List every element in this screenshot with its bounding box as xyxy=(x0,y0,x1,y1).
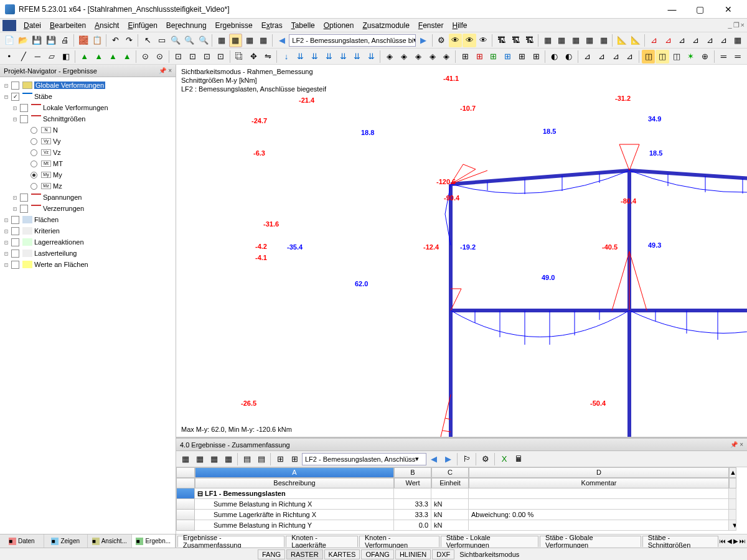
copy-icon[interactable]: ⿻ xyxy=(233,50,247,63)
ax4-icon[interactable]: ⊿ xyxy=(689,34,702,47)
tab-last-icon[interactable]: ⏭ xyxy=(740,538,746,544)
print-icon[interactable]: 🖨 xyxy=(59,34,72,47)
hinge1-icon[interactable]: ⊙ xyxy=(139,50,153,63)
res2-icon[interactable]: 👁 xyxy=(463,34,476,47)
menu-hilfe[interactable]: Hilfe xyxy=(449,20,471,31)
v1-icon[interactable]: ◈ xyxy=(383,50,397,63)
d3-icon[interactable]: 🏗 xyxy=(523,34,536,47)
rt-opt-icon[interactable]: ⚙ xyxy=(479,452,492,466)
r2-icon[interactable]: ⊞ xyxy=(472,50,486,63)
ax3-icon[interactable]: ⊿ xyxy=(675,34,688,47)
grid-row[interactable]: Summe Lagerkräfte in Richtung X 33.3 kN … xyxy=(176,510,747,520)
tree-lokale-verformungen[interactable]: ⊡Lokale Verformungen xyxy=(2,102,173,113)
ld2-icon[interactable]: ⇊ xyxy=(294,50,308,63)
rt-filter-icon[interactable]: 🏳 xyxy=(460,452,474,466)
member-icon[interactable]: ─ xyxy=(31,50,45,63)
rtab-staebe-global[interactable]: Stäbe - Globale Verformungen xyxy=(540,536,641,547)
navigator-tree[interactable]: ⊡Globale Verformungen ⊟✓Stäbe ⊡Lokale Ve… xyxy=(0,77,176,534)
t3-icon[interactable]: ⊿ xyxy=(609,50,622,63)
rel4-icon[interactable]: ⊡ xyxy=(214,50,228,63)
tree-globale-verformungen[interactable]: ⊡Globale Verformungen xyxy=(2,80,173,91)
ax2-icon[interactable]: ⊿ xyxy=(661,34,674,47)
h2-icon[interactable]: ═ xyxy=(731,50,745,63)
rt4-icon[interactable]: ▦ xyxy=(222,452,235,466)
menu-extras[interactable]: Extras xyxy=(258,20,286,31)
rel3-icon[interactable]: ⊡ xyxy=(200,50,214,63)
open-icon[interactable]: 📂 xyxy=(16,34,29,47)
tree-vz[interactable]: VzVz xyxy=(2,147,173,158)
g5-icon[interactable]: ▦ xyxy=(597,34,610,47)
view3-icon[interactable]: ▦ xyxy=(243,34,256,47)
status-ofang[interactable]: OFANG xyxy=(361,549,394,559)
close-button[interactable]: ✕ xyxy=(714,1,742,18)
status-fang[interactable]: FANG xyxy=(258,549,285,559)
mdi-minimize-icon[interactable]: _ xyxy=(728,21,731,29)
v2-icon[interactable]: ◈ xyxy=(397,50,411,63)
ld1-icon[interactable]: ↓ xyxy=(280,50,293,63)
ld4-icon[interactable]: ⇊ xyxy=(322,50,336,63)
node-icon[interactable]: • xyxy=(2,50,16,63)
c1-icon[interactable]: ◫ xyxy=(642,50,655,63)
mdi-close-icon[interactable]: × xyxy=(741,21,745,29)
menu-berechnung[interactable]: Berechnung xyxy=(162,20,210,31)
results-pin-icon[interactable]: 📌 × xyxy=(730,441,743,448)
app-menu-icon[interactable] xyxy=(2,20,16,31)
status-raster[interactable]: RASTER xyxy=(286,549,323,559)
results-grid[interactable]: A B C D ▲ Beschreibung Wert Einheit Komm… xyxy=(176,467,747,534)
m2-icon[interactable]: 📐 xyxy=(629,34,642,47)
zoomfit-icon[interactable]: 🔍 xyxy=(183,34,196,47)
new-icon[interactable]: 📄 xyxy=(2,34,16,47)
menu-bearbeiten[interactable]: Bearbeiten xyxy=(46,20,90,31)
ax6-icon[interactable]: ⊿ xyxy=(717,34,730,47)
sup2-icon[interactable]: ▲ xyxy=(92,50,106,63)
grid-row[interactable]: Summe Belastung in Richtung Y 0.0 kN ▼ xyxy=(176,520,747,531)
save-icon[interactable]: 💾 xyxy=(31,34,44,47)
tree-mz[interactable]: MzMz xyxy=(2,180,173,192)
status-hlinien[interactable]: HLINIEN xyxy=(395,549,431,559)
surf-icon[interactable]: ▱ xyxy=(45,50,59,63)
view2-icon[interactable]: ▦ xyxy=(229,34,242,47)
tree-vy[interactable]: VyVy xyxy=(2,136,173,147)
c3-icon[interactable]: ◫ xyxy=(670,50,684,63)
view1-icon[interactable]: ▦ xyxy=(215,34,228,47)
rt-next-icon[interactable]: ▶ xyxy=(441,452,455,466)
rt7-icon[interactable]: ⊞ xyxy=(273,452,287,466)
status-sichtbarkeit[interactable]: Sichtbarkeitsmodus xyxy=(456,549,523,559)
rt6-icon[interactable]: ▤ xyxy=(255,452,268,466)
menu-optionen[interactable]: Optionen xyxy=(320,20,358,31)
ax5-icon[interactable]: ⊿ xyxy=(703,34,716,47)
pin-icon[interactable]: 📌 × xyxy=(159,67,172,74)
minimize-button[interactable]: — xyxy=(658,1,686,18)
d1-icon[interactable]: 🏗 xyxy=(495,34,508,47)
undo-icon[interactable]: ↶ xyxy=(109,34,122,47)
mirror-icon[interactable]: ⇋ xyxy=(261,50,275,63)
res1-icon[interactable]: 👁 xyxy=(449,34,462,47)
tree-lastverteilung[interactable]: ⊡Lastverteilung xyxy=(2,248,173,259)
v3-icon[interactable]: ◈ xyxy=(411,50,425,63)
ax1-icon[interactable]: ⊿ xyxy=(647,34,660,47)
rt2-icon[interactable]: ▦ xyxy=(193,452,207,466)
tab-first-icon[interactable]: ⏮ xyxy=(720,538,726,544)
menu-zusatzmodule[interactable]: Zusatzmodule xyxy=(359,20,413,31)
rt8-icon[interactable]: ⊞ xyxy=(288,452,301,466)
rt-prev-icon[interactable]: ◀ xyxy=(427,452,441,466)
prev-lc-icon[interactable]: ◀ xyxy=(275,34,288,47)
ld5-icon[interactable]: ⇊ xyxy=(336,50,350,63)
rtab-zusammenfassung[interactable]: Ergebnisse - Zusammenfassung xyxy=(177,536,284,547)
sheet-icon[interactable]: 📋 xyxy=(90,34,103,47)
r4-icon[interactable]: ⊞ xyxy=(501,50,515,63)
tab-next-icon[interactable]: ▶ xyxy=(733,538,738,544)
status-kartes[interactable]: KARTES xyxy=(324,549,360,559)
status-dxf[interactable]: DXF xyxy=(432,549,454,559)
sup3-icon[interactable]: ▲ xyxy=(106,50,120,63)
tree-schnittgroessen[interactable]: ⊟Schnittgrößen xyxy=(2,113,173,124)
maximize-button[interactable]: ▢ xyxy=(686,1,714,18)
ld6-icon[interactable]: ⇊ xyxy=(350,50,364,63)
cursor-icon[interactable]: ↖ xyxy=(141,34,154,47)
tree-flaechen[interactable]: ⊡Flächen xyxy=(2,214,173,225)
next-lc-icon[interactable]: ▶ xyxy=(416,34,430,47)
rtab-knoten-lager[interactable]: Knoten - Lagerkräfte xyxy=(286,536,358,547)
nav-tab-daten[interactable]: ■Daten xyxy=(0,534,44,548)
tree-staebe[interactable]: ⊟✓Stäbe xyxy=(2,91,173,102)
zoom-icon[interactable]: 🔍 xyxy=(169,34,182,47)
